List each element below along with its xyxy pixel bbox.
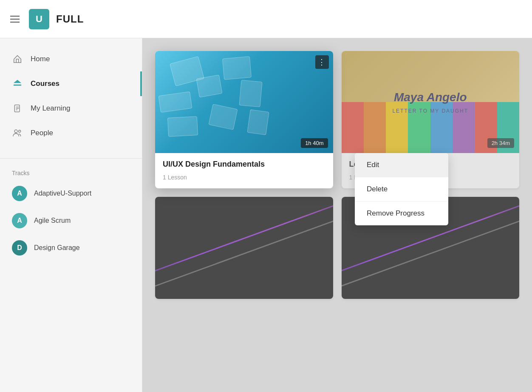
courses-icon [12, 78, 23, 89]
header: U FULL [0, 0, 532, 38]
sidebar-item-courses-label: Courses [31, 80, 59, 88]
logo-letter: U [36, 14, 42, 25]
layout: Home Courses [0, 38, 532, 392]
home-icon [12, 54, 23, 65]
duration-badge-uiux: 1h 40m [301, 138, 328, 148]
sidebar-item-my-learning-label: My Learning [31, 104, 71, 113]
svg-rect-0 [14, 85, 21, 86]
my-learning-icon [12, 103, 23, 114]
track-label-adaptiveu: AdaptiveU-Support [34, 190, 91, 197]
track-item-adaptiveu[interactable]: A AdaptiveU-Support [0, 180, 142, 207]
track-badge-a1: A [12, 186, 27, 201]
track-item-agile[interactable]: A Agile Scrum [0, 207, 142, 234]
track-label-design: Design Garage [34, 244, 80, 252]
context-menu-item-remove-progress[interactable]: Remove Progress [355, 202, 448, 225]
three-dot-button-uiux[interactable]: ⋮ [315, 55, 329, 69]
context-menu-item-edit[interactable]: Edit [355, 153, 448, 177]
context-menu-edit-label: Edit [367, 161, 379, 169]
track-letter-d: D [17, 244, 22, 252]
three-dot-icon: ⋮ [318, 58, 326, 66]
brand-name: FULL [56, 13, 84, 25]
sidebar: Home Courses [0, 38, 142, 392]
tracks-label: Tracks [0, 163, 142, 180]
sidebar-item-people-label: People [31, 129, 53, 137]
sidebar-item-home-label: Home [31, 55, 50, 63]
card-meta-uiux: 1 Lesson [163, 174, 325, 181]
card-body-uiux: UI/UX Design Fundamentals 1 Lesson [155, 153, 333, 188]
track-badge-a2: A [12, 213, 27, 228]
hamburger-button[interactable] [10, 16, 22, 23]
duration-text-uiux: 1h 40m [305, 140, 323, 146]
sidebar-nav: Home Courses [0, 47, 142, 154]
wireframe-bg [155, 51, 333, 153]
logo-badge: U [29, 9, 49, 29]
track-label-agile: Agile Scrum [34, 217, 71, 224]
sidebar-item-home[interactable]: Home [0, 47, 142, 71]
context-menu-item-delete[interactable]: Delete [355, 177, 448, 202]
track-item-design[interactable]: D Design Garage [0, 234, 142, 261]
svg-point-6 [14, 130, 17, 133]
sidebar-item-my-learning[interactable]: My Learning [0, 96, 142, 121]
sidebar-divider [0, 158, 142, 159]
track-letter-a2: A [17, 217, 22, 224]
context-menu-remove-progress-label: Remove Progress [367, 209, 424, 217]
context-menu-delete-label: Delete [367, 185, 388, 193]
svg-marker-1 [14, 80, 21, 83]
svg-point-7 [19, 130, 21, 132]
main-content: 1h 40m ⋮ UI/UX Design Fundamentals 1 Les… [142, 38, 532, 392]
sidebar-item-courses[interactable]: Courses [0, 71, 142, 96]
track-letter-a1: A [17, 190, 22, 197]
sidebar-item-people[interactable]: People [0, 121, 142, 145]
card-uiux[interactable]: 1h 40m ⋮ UI/UX Design Fundamentals 1 Les… [155, 51, 333, 188]
track-badge-d: D [12, 240, 27, 256]
people-icon [12, 128, 23, 139]
context-menu: Edit Delete Remove Progress [355, 153, 448, 225]
card-title-uiux: UI/UX Design Fundamentals [163, 160, 325, 169]
card-thumbnail-uiux: 1h 40m ⋮ [155, 51, 333, 153]
